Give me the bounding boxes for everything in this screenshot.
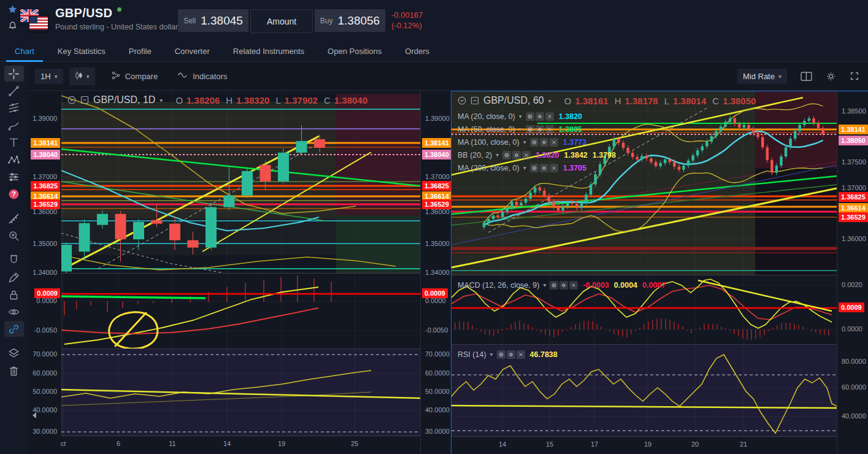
indicator-settings-icon[interactable] <box>540 164 548 172</box>
favorite-star-icon[interactable] <box>7 4 18 17</box>
drawing-mode-icon[interactable] <box>4 269 24 285</box>
ohlc-value: 1.38050 <box>723 96 756 106</box>
daily-chart-plot[interactable]: GBP/USD, 1D ▾ O1.38206H1.38320L1.37902C1… <box>61 91 420 454</box>
indicator-remove-icon[interactable] <box>550 164 558 172</box>
collapse-circle-icon[interactable] <box>458 96 466 105</box>
chevron-down-icon[interactable]: ▾ <box>496 152 499 158</box>
buy-button[interactable]: Buy 1.38056 <box>315 9 385 32</box>
rate-type-select[interactable]: Mid Rate▾ <box>737 69 787 84</box>
collapse-circle-icon[interactable] <box>67 96 76 104</box>
lock-drawings-icon[interactable] <box>4 287 24 302</box>
xabcd-pattern-icon[interactable] <box>4 152 24 167</box>
forecast-icon[interactable] <box>4 169 24 185</box>
daily-chart[interactable]: 1.390001.370001.360001.350001.340000.000… <box>28 91 451 454</box>
indicator-settings-icon[interactable] <box>536 125 544 134</box>
indicator-remove-icon[interactable] <box>550 138 558 147</box>
chevron-down-icon[interactable]: ▾ <box>543 282 546 288</box>
time-axis[interactable]: ct611141925 <box>61 436 420 454</box>
indicator-visibility-icon[interactable] <box>526 125 534 134</box>
indicator-visibility-icon[interactable] <box>530 164 539 172</box>
indicator-settings-icon[interactable] <box>536 112 544 121</box>
maximize-square-icon[interactable] <box>80 96 89 104</box>
fib-retracement-icon[interactable] <box>4 100 24 116</box>
macd-pane[interactable] <box>61 273 420 349</box>
chart-type-select[interactable]: ▾ <box>69 67 95 85</box>
sell-button[interactable]: Sell 1.38045 <box>178 9 248 32</box>
indicator-buttons <box>550 281 578 290</box>
indicator-label[interactable]: MACD (12, 26, close, 9) <box>458 281 539 290</box>
zoom-in-icon[interactable] <box>4 228 24 244</box>
settings-gear-icon[interactable] <box>826 71 836 82</box>
hourly-chart-plot[interactable]: GBP/USD, 60 ▾ O1.38161H1.38178L1.38014C1… <box>451 91 837 454</box>
price-axis-left[interactable]: 1.390001.370001.360001.350001.340000.000… <box>28 91 62 454</box>
time-axis[interactable]: 141517192021 <box>451 436 837 454</box>
maximize-square-icon[interactable] <box>470 96 479 105</box>
hourly-chart[interactable]: GBP/USD, 60 ▾ O1.38161H1.38178L1.38014C1… <box>451 91 868 454</box>
tab-key-statistics[interactable]: Key Statistics <box>49 40 114 61</box>
indicator-remove-icon[interactable] <box>522 151 531 160</box>
indicator-settings-icon[interactable] <box>559 281 568 290</box>
brush-icon[interactable] <box>4 117 24 133</box>
rsi-pane[interactable] <box>61 348 420 436</box>
indicator-visibility-icon[interactable] <box>530 138 539 147</box>
layout-panes-icon[interactable] <box>801 72 812 81</box>
indicator-label[interactable]: MA (100, close, 0) <box>458 138 520 147</box>
chevron-down-icon[interactable]: ▾ <box>548 98 551 104</box>
indicator-label[interactable]: MA (50, close, 0) <box>458 125 515 134</box>
crosshair-icon[interactable] <box>4 66 24 82</box>
chevron-down-icon[interactable]: ▾ <box>519 126 522 133</box>
indicator-label[interactable]: BB (20, 2) <box>458 151 492 160</box>
text-icon[interactable] <box>4 134 24 150</box>
price-axis-right[interactable]: 1.390001.370001.360001.350001.340000.000… <box>420 91 451 454</box>
trend-line-icon[interactable] <box>4 83 24 99</box>
indicator-remove-icon[interactable] <box>569 281 578 290</box>
chevron-down-icon[interactable]: ▾ <box>523 164 526 171</box>
magnet-icon[interactable] <box>4 252 24 268</box>
indicators-button[interactable]: Indicators <box>177 71 227 81</box>
macd-pane[interactable]: MACD (12, 26, close, 9)▾-0.00030.00040.0… <box>451 275 837 345</box>
chevron-down-icon[interactable]: ▾ <box>519 113 522 120</box>
chart-title[interactable]: GBP/USD, 60 <box>483 95 544 106</box>
indicator-visibility-icon[interactable] <box>502 151 511 160</box>
chevron-down-icon[interactable]: ▾ <box>490 351 493 358</box>
price-axis-right[interactable]: 1.385001.375001.370001.360000.00200.0000… <box>837 91 868 454</box>
tab-open-positions[interactable]: Open Positions <box>319 40 390 61</box>
indicator-label[interactable]: RSI (14) <box>458 350 486 359</box>
hide-drawings-icon[interactable] <box>4 304 24 320</box>
chevron-down-icon[interactable]: ▾ <box>523 139 526 145</box>
indicator-label[interactable]: MA (20, close, 0) <box>458 112 515 121</box>
chevron-down-icon[interactable]: ▾ <box>159 97 163 104</box>
price-pane[interactable]: GBP/USD, 1D ▾ O1.38206H1.38320L1.37902C1… <box>61 91 420 273</box>
indicator-remove-icon[interactable] <box>517 350 525 359</box>
rsi-pane[interactable]: RSI (14)▾46.7838 <box>451 344 837 437</box>
indicator-settings-icon[interactable] <box>540 138 548 147</box>
indicator-label[interactable]: MA (200, close, 0) <box>458 164 520 172</box>
compare-icon <box>111 71 121 82</box>
tab-related-instruments[interactable]: Related Instruments <box>225 40 313 61</box>
fullscreen-icon[interactable] <box>850 71 859 81</box>
tab-converter[interactable]: Converter <box>166 40 218 61</box>
indicator-value: 1.3805 <box>559 125 582 134</box>
remove-drawings-icon[interactable] <box>4 363 24 379</box>
alert-bell-icon[interactable] <box>8 20 17 33</box>
price-pane[interactable]: GBP/USD, 60 ▾ O1.38161H1.38178L1.38014C1… <box>451 91 837 275</box>
indicator-settings-icon[interactable] <box>507 350 515 359</box>
indicator-settings-icon[interactable] <box>512 151 521 160</box>
indicator-visibility-icon[interactable] <box>526 112 534 121</box>
chart-title[interactable]: GBP/USD, 1D <box>93 94 155 106</box>
indicator-remove-icon[interactable] <box>545 125 554 134</box>
indicator-remove-icon[interactable] <box>545 112 554 121</box>
sync-drawings-icon[interactable] <box>4 321 24 337</box>
measure-icon[interactable] <box>4 210 24 226</box>
help-icon[interactable]: ? <box>4 186 24 202</box>
tab-profile[interactable]: Profile <box>120 40 160 61</box>
tab-chart[interactable]: Chart <box>6 40 43 61</box>
interval-select[interactable]: 1H▾ <box>35 69 63 84</box>
tab-orders[interactable]: Orders <box>396 40 438 61</box>
object-tree-icon[interactable] <box>4 345 24 361</box>
compare-button[interactable]: Compare <box>111 71 158 82</box>
indicator-visibility-icon[interactable] <box>497 350 505 359</box>
indicator-visibility-icon[interactable] <box>550 281 558 290</box>
amount-button[interactable]: Amount <box>250 9 313 33</box>
price-tick: 1.37500 <box>842 158 866 166</box>
